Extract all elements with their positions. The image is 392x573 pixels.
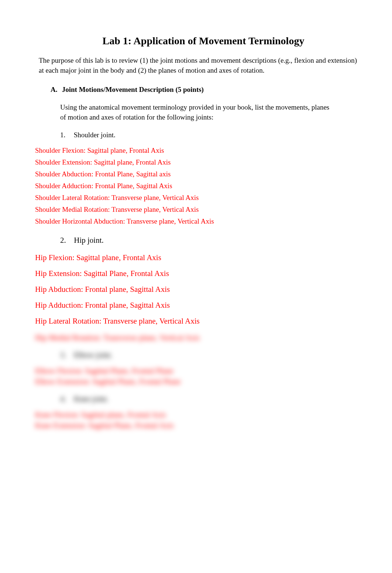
- item-4-number: 4.: [60, 394, 72, 404]
- section-letter: A.: [51, 86, 60, 94]
- answer-line: Elbow Extension: Sagittal Plane, Frontal…: [35, 377, 357, 386]
- item-1-text: Shoulder joint.: [74, 131, 116, 139]
- answer-line: Shoulder Lateral Rotation: Transverse pl…: [35, 194, 357, 202]
- page-title: Lab 1: Application of Movement Terminolo…: [72, 35, 335, 47]
- answer-line: Knee Flexion: Sagittal plane, Frontal Ax…: [35, 410, 357, 420]
- item-1-number: 1.: [60, 131, 72, 139]
- item-3-number: 3.: [60, 351, 72, 360]
- answer-line: Shoulder Extension: Sagittal plane, Fron…: [35, 158, 357, 166]
- item-2-number: 2.: [60, 236, 72, 245]
- answer-line: Shoulder Adduction: Frontal Plane, Sagit…: [35, 182, 357, 190]
- item-3-label: 3. Elbow joint.: [60, 351, 357, 360]
- answer-line: Hip Medial Rotation: Transverse plane, V…: [35, 333, 357, 342]
- intro-paragraph: The purpose of this lab is to review (1)…: [39, 56, 357, 75]
- answer-line: Hip Abduction: Frontal plane, Sagittal A…: [35, 285, 357, 294]
- answer-line: Shoulder Abduction: Frontal Plane, Sagit…: [35, 170, 357, 178]
- blurred-content: Hip Medial Rotation: Transverse plane, V…: [35, 333, 357, 430]
- answer-line: Hip Extension: Sagittal Plane, Frontal A…: [35, 269, 357, 278]
- section-a-heading: A. Joint Motions/Movement Description (5…: [51, 86, 357, 94]
- answer-line: Hip Lateral Rotation: Transverse plane, …: [35, 317, 357, 326]
- item-1-label: 1. Shoulder joint.: [60, 131, 357, 139]
- item-2-answers: Hip Flexion: Sagittal plane, Frontal Axi…: [35, 253, 357, 326]
- item-1-answers: Shoulder Flexion: Sagittal plane, Fronta…: [35, 146, 357, 225]
- answer-line: Hip Adduction: Frontal plane, Sagittal A…: [35, 301, 357, 310]
- answer-line: Shoulder Medial Rotation: Transverse pla…: [35, 206, 357, 214]
- item-2-label: 2. Hip joint.: [60, 236, 357, 245]
- answer-line: Shoulder Horizontal Abduction: Transvers…: [35, 217, 357, 225]
- item-2-text: Hip joint.: [74, 236, 104, 245]
- item-4-label: 4. Knee joint.: [60, 394, 357, 404]
- answer-line: Hip Flexion: Sagittal plane, Frontal Axi…: [35, 253, 357, 262]
- item-4-text: Knee joint.: [74, 394, 108, 403]
- section-instructions: Using the anatomical movement terminolog…: [60, 103, 335, 122]
- answer-line: Knee Extension: Sagittal Plane, Frontal …: [35, 421, 357, 430]
- answer-line: Elbow Flexion: Sagittal Plane, Frontal P…: [35, 366, 357, 376]
- item-3-text: Elbow joint.: [74, 351, 112, 359]
- answer-line: Shoulder Flexion: Sagittal plane, Fronta…: [35, 146, 357, 155]
- section-heading-text: Joint Motions/Movement Description (5 po…: [62, 86, 204, 93]
